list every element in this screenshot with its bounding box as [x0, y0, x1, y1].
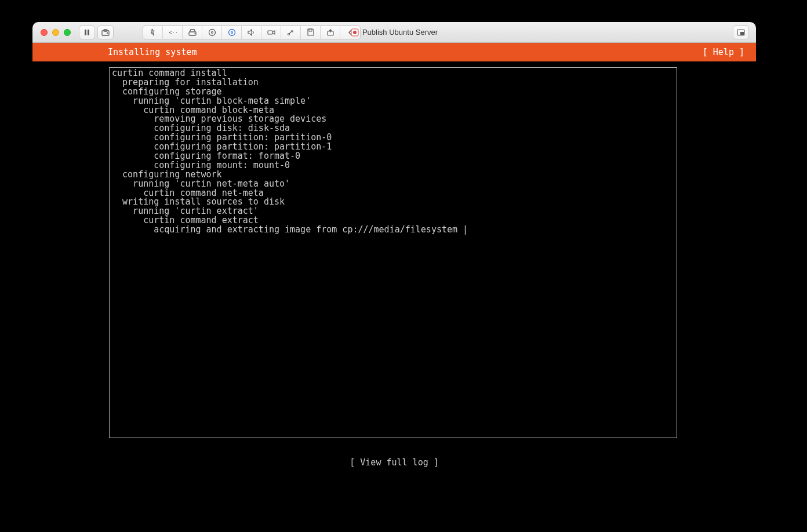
- hard-disk-icon[interactable]: [183, 26, 202, 39]
- window-title: Publish Ubuntu Server: [32, 28, 756, 37]
- install-log: curtin command install preparing for ins…: [109, 67, 677, 438]
- svg-rect-12: [268, 31, 272, 34]
- svg-point-8: [209, 29, 215, 35]
- installer-header: Installing system [ Help ]: [32, 43, 756, 61]
- help-button[interactable]: [ Help ]: [703, 47, 749, 57]
- camera-icon[interactable]: [261, 26, 281, 39]
- cd-icon-2[interactable]: [222, 26, 242, 39]
- vm-content: Installing system [ Help ] curtin comman…: [32, 43, 756, 477]
- cd-icon[interactable]: [202, 26, 222, 39]
- log-line: acquiring and extracting image from cp:/…: [112, 225, 674, 235]
- svg-rect-0: [85, 30, 86, 35]
- svg-rect-1: [88, 30, 89, 35]
- usb-icon[interactable]: [281, 26, 301, 39]
- minimize-button[interactable]: [52, 29, 59, 36]
- titlebar: <··>: [32, 22, 756, 43]
- device-segment: <··>: [143, 25, 361, 39]
- network-icon[interactable]: <··>: [163, 26, 183, 39]
- floppy-icon[interactable]: [301, 26, 321, 39]
- window-title-text: Publish Ubuntu Server: [362, 28, 438, 37]
- svg-point-7: [194, 33, 195, 34]
- share-icon[interactable]: [321, 26, 340, 39]
- installer-title: Installing system: [39, 47, 197, 57]
- toolbar-group-devices: <··>: [143, 25, 361, 39]
- close-button[interactable]: [41, 29, 48, 36]
- pause-button[interactable]: [79, 25, 95, 39]
- vm-window: <··>: [32, 22, 756, 477]
- settings-icon[interactable]: [143, 26, 163, 39]
- snapshot-button[interactable]: [97, 25, 114, 39]
- svg-rect-19: [740, 32, 744, 35]
- traffic-lights: [32, 29, 71, 36]
- maximize-button[interactable]: [64, 29, 71, 36]
- svg-point-4: [107, 32, 108, 33]
- svg-point-9: [211, 31, 213, 33]
- toolbar-group-left: [79, 25, 114, 39]
- svg-point-10: [228, 29, 235, 35]
- view-full-log-button[interactable]: [ View full log ]: [32, 457, 756, 468]
- sound-icon[interactable]: [242, 26, 261, 39]
- chevron-left-icon[interactable]: [340, 26, 360, 39]
- svg-point-11: [231, 31, 232, 33]
- picture-in-picture-button[interactable]: [733, 25, 749, 39]
- svg-text:<··>: <··>: [169, 30, 177, 35]
